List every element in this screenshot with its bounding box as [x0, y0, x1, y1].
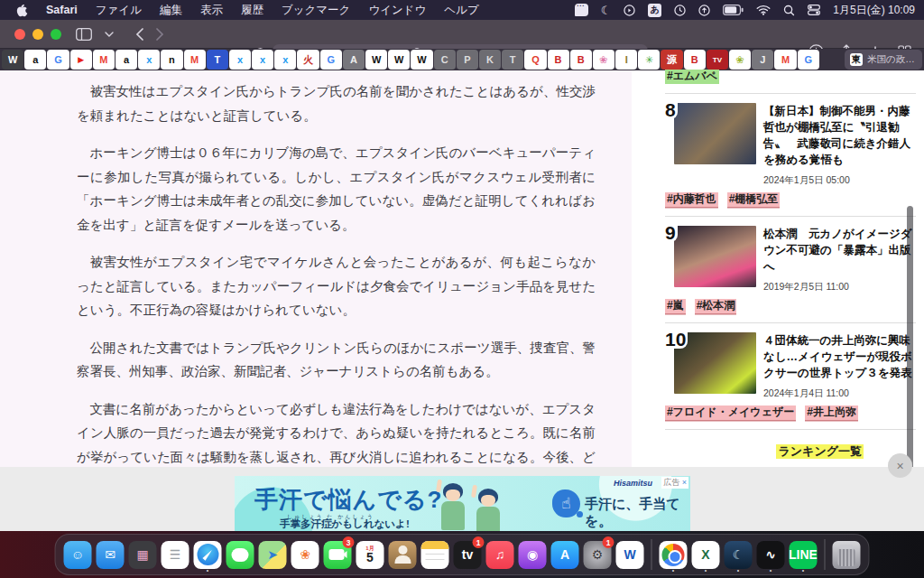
menu-app-name[interactable]: Safari	[46, 4, 78, 16]
dock-icon[interactable]: X •	[691, 536, 721, 573]
control-center-icon[interactable]	[808, 5, 820, 15]
dock-icon[interactable]: W	[615, 536, 645, 573]
menu-bar-clock[interactable]: 1月5日(金) 10:09	[833, 3, 915, 18]
zoom-window-button[interactable]	[51, 29, 61, 40]
dock-icon[interactable]: ☾ •	[724, 536, 753, 573]
pinned-tab[interactable]: a	[24, 50, 46, 70]
pinned-tab[interactable]: x	[229, 50, 251, 70]
update-status-icon[interactable]	[698, 5, 710, 16]
hashtag-link[interactable]: #棚橋弘至	[727, 192, 781, 207]
dock-icon[interactable]: LINE •	[789, 536, 818, 573]
trash-icon[interactable]	[832, 536, 862, 573]
pinned-tab[interactable]: M	[93, 50, 115, 70]
apple-menu-icon[interactable]	[16, 4, 28, 17]
menu-item[interactable]: 表示	[200, 3, 223, 18]
dock-icon[interactable]: ➤	[258, 536, 288, 573]
ranking-item-title[interactable]: ４団体統一の井上尚弥に興味なし…メイウェザーが現役ボクサーの世界トップ３を発表	[763, 332, 916, 381]
pinned-tab[interactable]: ❀	[593, 50, 614, 70]
back-button[interactable]	[135, 28, 143, 41]
pinned-tab[interactable]: M	[184, 50, 206, 70]
pinned-tab[interactable]: I	[615, 50, 637, 70]
pinned-tab[interactable]: C	[434, 50, 456, 70]
ranking-item[interactable]: 10 ４団体統一の井上尚弥に興味なし…メイウェザーが現役ボクサーの世界トップ３を…	[665, 332, 916, 400]
pinned-tab[interactable]: ✳	[638, 50, 660, 70]
hashtag-link[interactable]: #松本潤	[695, 299, 737, 313]
ranking-item[interactable]: 9 松本潤 元カノがイメージダウン不可避の「暴露本」出版へ 2019年2月5日 …	[665, 226, 916, 294]
ranking-list-link[interactable]: ランキング一覧	[776, 444, 864, 459]
focus-moon-icon[interactable]: ☾	[601, 4, 612, 17]
hashtag-link[interactable]: #エムバペ	[665, 70, 719, 84]
pinned-tab[interactable]: W	[411, 50, 432, 70]
pinned-tab[interactable]: T	[207, 50, 228, 70]
dock-icon[interactable]: ✉	[96, 536, 125, 573]
ranking-item-title[interactable]: 松本潤 元カノがイメージダウン不可避の「暴露本」出版へ	[763, 226, 916, 275]
pinned-tab[interactable]: P	[457, 50, 478, 70]
battery-icon[interactable]	[723, 5, 744, 15]
dock-icon[interactable]: •	[193, 536, 223, 573]
hashtag-link[interactable]: #井上尚弥	[805, 406, 858, 420]
close-window-button[interactable]	[14, 29, 25, 40]
article-thumbnail[interactable]	[674, 226, 756, 287]
dock-icon[interactable]: 3	[323, 536, 353, 573]
clock-status-icon[interactable]	[674, 5, 686, 16]
dock-icon[interactable]: •	[659, 536, 688, 573]
pinned-tab[interactable]: n	[161, 50, 182, 70]
sidebar-toggle-icon[interactable]	[76, 28, 92, 41]
screen-record-icon[interactable]	[624, 5, 635, 16]
dock-icon[interactable]: ☰	[161, 536, 190, 573]
sidebar-chevron-icon[interactable]	[105, 32, 114, 37]
spotlight-search-icon[interactable]	[783, 5, 795, 16]
minimize-window-button[interactable]	[32, 29, 43, 40]
line-status-icon[interactable]	[575, 4, 588, 16]
pinned-tab[interactable]: Q	[524, 50, 546, 70]
banner-ad-close-button[interactable]: ×	[888, 453, 912, 478]
dock-icon[interactable]: ∿ •	[756, 536, 786, 573]
pinned-tab[interactable]: B	[548, 50, 569, 70]
ranking-item-title[interactable]: 【新日本】制御不能男・内藤哲也が棚橋弘至に〝引退勧告〟 武藤敬司に続き介錯人を務…	[763, 103, 916, 168]
dock-icon[interactable]: ☺	[63, 536, 93, 573]
article-thumbnail[interactable]	[674, 103, 756, 164]
dock-icon[interactable]	[226, 536, 255, 573]
pinned-tab[interactable]: G	[47, 50, 69, 70]
ad-label[interactable]: 広告 ×	[661, 477, 688, 489]
pinned-tab[interactable]: 火	[297, 50, 319, 70]
menu-item[interactable]: ヘルプ	[444, 3, 478, 18]
wifi-icon[interactable]	[756, 5, 771, 15]
dock-icon[interactable]: tv 1	[453, 536, 483, 573]
menu-item[interactable]: ブックマーク	[282, 3, 350, 18]
pinned-tab[interactable]: W	[388, 50, 410, 70]
dock-icon[interactable]	[388, 536, 418, 573]
pinned-tab[interactable]: G	[320, 50, 342, 70]
ranking-item[interactable]: 8 【新日本】制御不能男・内藤哲也が棚橋弘至に〝引退勧告〟 武藤敬司に続き介錯人…	[665, 103, 916, 187]
hashtag-link[interactable]: #フロイド・メイウェザー	[665, 406, 796, 420]
pinned-tab[interactable]: a	[116, 50, 137, 70]
pinned-tab[interactable]: ▶	[70, 50, 92, 70]
dock-icon[interactable]: ⚙ 1	[583, 536, 613, 573]
forward-button[interactable]	[156, 28, 164, 41]
hashtag-link[interactable]: #内藤哲也	[665, 192, 718, 207]
menu-item[interactable]: 履歴	[241, 3, 263, 18]
dock-icon[interactable]	[420, 536, 450, 573]
pinned-tab[interactable]: W	[365, 50, 387, 70]
pinned-tab[interactable]: x	[274, 50, 296, 70]
pinned-tab-favicon: TV	[713, 56, 722, 64]
menu-item[interactable]: ウインドウ	[368, 3, 426, 18]
bottom-banner-ad[interactable]: 手汗で悩んでる? しゅしょう た かんしょう 手掌多汗症かもしれないよ! ☝ 手…	[235, 476, 690, 531]
hashtag-link[interactable]: #嵐	[665, 299, 686, 313]
dock-icon[interactable]: ♫	[485, 536, 515, 573]
pinned-tab[interactable]: A	[343, 50, 365, 70]
menu-item[interactable]: ファイル	[96, 3, 142, 18]
pinned-tab[interactable]: x	[252, 50, 273, 70]
dock-icon[interactable]: ◉	[518, 536, 548, 573]
dock-icon[interactable]: A	[550, 536, 580, 573]
pinned-tab[interactable]: T	[502, 50, 523, 70]
menu-item[interactable]: 編集	[160, 3, 182, 18]
input-source-icon[interactable]: あ	[648, 4, 661, 17]
pinned-tab[interactable]: K	[479, 50, 501, 70]
pinned-tab[interactable]: W	[2, 50, 23, 70]
dock-icon[interactable]: ❀	[291, 536, 320, 573]
dock-icon[interactable]: 1月 5	[356, 536, 385, 573]
pinned-tab[interactable]: x	[138, 50, 160, 70]
pinned-tab[interactable]: B	[570, 50, 592, 70]
dock-icon[interactable]: ▦	[128, 536, 158, 573]
